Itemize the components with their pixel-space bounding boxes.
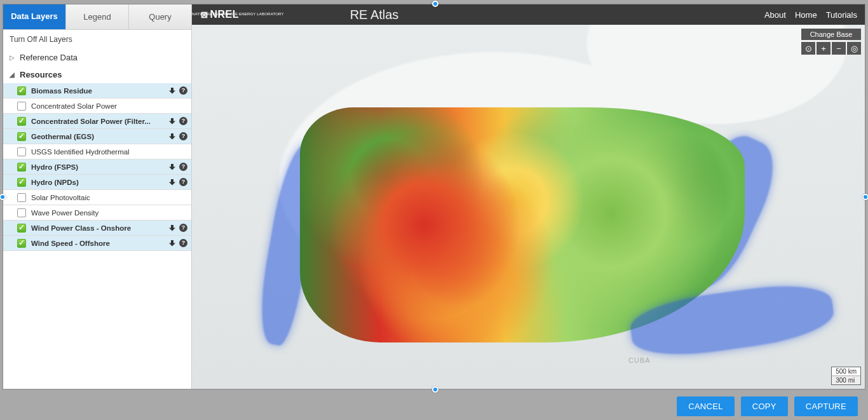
selection-handle-bottom[interactable]: [432, 386, 438, 393]
layer-checkbox[interactable]: [17, 117, 26, 126]
cancel-button[interactable]: CANCEL: [677, 396, 735, 416]
layer-checkbox[interactable]: [17, 132, 26, 141]
layer-tools: ?: [169, 239, 187, 248]
map-canvas[interactable]: CUBA: [192, 25, 865, 389]
help-icon[interactable]: ?: [179, 239, 187, 247]
section-reference-data[interactable]: ▷ Reference Data: [3, 49, 191, 66]
section-label: Resources: [20, 70, 62, 79]
identify-tool-button[interactable]: ⊙: [801, 42, 815, 55]
layer-label: Solar Photovoltaic: [31, 194, 187, 201]
top-links: About Home Tutorials: [764, 10, 857, 20]
chevron-down-icon: ◢: [10, 71, 16, 78]
zoom-in-button[interactable]: +: [817, 42, 831, 55]
layer-label: Hydro (NPDs): [31, 179, 169, 186]
copy-button[interactable]: COPY: [741, 396, 788, 416]
layer-row[interactable]: Wave Power Density: [3, 205, 191, 220]
layer-tools: ?: [169, 132, 187, 141]
turn-off-all-layers[interactable]: Turn Off All Layers: [3, 30, 191, 49]
layer-label: Biomass Residue: [31, 87, 169, 95]
layer-label: Wind Power Class - Onshore: [31, 224, 169, 232]
download-icon[interactable]: [169, 178, 175, 187]
layer-checkbox[interactable]: [17, 102, 26, 111]
download-icon[interactable]: [169, 117, 175, 126]
link-about[interactable]: About: [764, 10, 786, 20]
layer-checkbox[interactable]: [17, 193, 26, 202]
sidebar-tabs: Data Layers Legend Query: [3, 4, 191, 30]
layer-tools: ?: [169, 163, 187, 172]
layer-checkbox[interactable]: [17, 163, 26, 172]
help-icon[interactable]: ?: [179, 117, 187, 125]
help-icon[interactable]: ?: [179, 163, 187, 171]
scale-mi: 300 mi: [832, 376, 860, 384]
map-tools: Change Base ⊙ + − ◎: [801, 29, 861, 55]
layer-label: Hydro (FSPS): [31, 163, 169, 171]
app-title: RE Atlas: [350, 8, 399, 22]
layer-row[interactable]: USGS Identified Hydrothermal: [3, 144, 191, 159]
tab-legend[interactable]: Legend: [66, 4, 129, 29]
layer-tools: ?: [169, 224, 187, 233]
download-icon[interactable]: [169, 239, 175, 248]
logo-subtitle: NATIONAL RENEWABLE ENERGY LABORATORY: [192, 12, 284, 16]
map-label-cuba: CUBA: [628, 356, 651, 364]
download-icon[interactable]: [169, 132, 175, 141]
layer-tools: ?: [169, 178, 187, 187]
link-tutorials[interactable]: Tutorials: [826, 10, 857, 20]
layer-row[interactable]: Hydro (FSPS)?: [3, 159, 191, 175]
layer-tools: ?: [169, 86, 187, 95]
sidebar: Data Layers Legend Query Turn Off All La…: [3, 4, 192, 389]
map-area[interactable]: ⦻NREL NATIONAL RENEWABLE ENERGY LABORATO…: [192, 4, 865, 389]
download-icon[interactable]: [169, 224, 175, 233]
capture-toolbar: CANCEL COPY CAPTURE: [0, 392, 868, 420]
help-icon[interactable]: ?: [179, 86, 187, 95]
scale-bar: 500 km 300 mi: [831, 367, 861, 385]
layer-checkbox[interactable]: [17, 178, 26, 187]
home-extent-button[interactable]: ◎: [847, 42, 861, 55]
layer-row[interactable]: Solar Photovoltaic: [3, 190, 191, 205]
section-label: Reference Data: [20, 53, 78, 62]
layer-label: Concentrated Solar Power: [31, 102, 187, 110]
layer-tree: ▷ Reference Data ◢ Resources Biomass Res…: [3, 49, 191, 389]
layer-row[interactable]: Geothermal (EGS)?: [3, 129, 191, 144]
tab-query[interactable]: Query: [129, 4, 191, 29]
change-base-button[interactable]: Change Base: [801, 29, 861, 40]
layer-checkbox[interactable]: [17, 86, 26, 95]
layer-row[interactable]: Concentrated Solar Power: [3, 98, 191, 114]
layer-label: Wave Power Density: [31, 209, 187, 217]
selection-handle-top[interactable]: [432, 1, 438, 7]
layer-checkbox[interactable]: [17, 239, 26, 248]
layer-row[interactable]: Hydro (NPDs)?: [3, 175, 191, 190]
link-home[interactable]: Home: [795, 10, 817, 20]
layer-label: USGS Identified Hydrothermal: [31, 148, 187, 156]
download-icon[interactable]: [169, 86, 175, 95]
layer-checkbox[interactable]: [17, 208, 26, 217]
section-resources[interactable]: ◢ Resources: [3, 66, 191, 83]
layer-label: Geothermal (EGS): [31, 133, 169, 140]
chevron-right-icon: ▷: [10, 54, 16, 61]
layer-label: Wind Speed - Offshore: [31, 240, 169, 247]
layer-checkbox[interactable]: [17, 224, 26, 233]
download-icon[interactable]: [169, 163, 175, 172]
scale-km: 500 km: [832, 367, 860, 376]
zoom-out-button[interactable]: −: [832, 42, 846, 55]
top-bar: ⦻NREL NATIONAL RENEWABLE ENERGY LABORATO…: [192, 4, 865, 25]
selection-handle-right[interactable]: [862, 194, 868, 200]
layer-row[interactable]: Concentrated Solar Power (Filter...?: [3, 114, 191, 129]
layer-row[interactable]: Wind Speed - Offshore?: [3, 236, 191, 251]
help-icon[interactable]: ?: [179, 224, 187, 232]
layer-label: Concentrated Solar Power (Filter...: [31, 118, 169, 125]
help-icon[interactable]: ?: [179, 132, 187, 140]
layer-row[interactable]: Wind Power Class - Onshore?: [3, 220, 191, 236]
help-icon[interactable]: ?: [179, 178, 187, 186]
app-frame: Data Layers Legend Query Turn Off All La…: [3, 4, 865, 390]
layer-row[interactable]: Biomass Residue?: [3, 83, 191, 98]
layer-tools: ?: [169, 117, 187, 126]
capture-button[interactable]: CAPTURE: [794, 396, 858, 416]
tab-data-layers[interactable]: Data Layers: [3, 4, 66, 29]
layer-checkbox[interactable]: [17, 147, 26, 156]
